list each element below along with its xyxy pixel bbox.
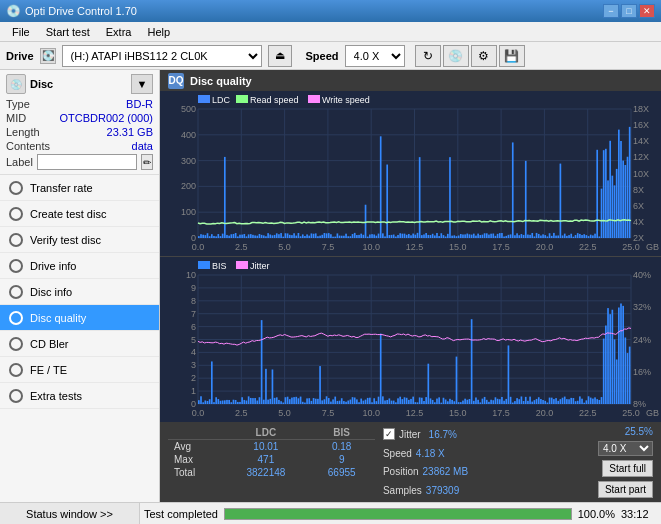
disc-length-value: 23.31 GB [107, 126, 153, 138]
disc-length-field: Length 23.31 GB [6, 126, 153, 138]
disc-label-button[interactable]: ✏ [141, 154, 153, 170]
nav-disc-info[interactable]: Disc info [0, 279, 159, 305]
close-button[interactable]: ✕ [639, 4, 655, 18]
sidebar: 💿 Disc ▼ Type BD-R MID OTCBDR002 (000) L… [0, 70, 160, 502]
stats-row-avg: Avg 10.01 0.18 [168, 440, 375, 454]
stats-row-max: Max 471 9 [168, 453, 375, 466]
right-content: DQ Disc quality LDC [160, 70, 661, 502]
stats-total-bis: 66955 [308, 466, 375, 479]
menu-extra[interactable]: Extra [98, 24, 140, 40]
status-progress-area: Test completed 100.0% 33:12 [140, 508, 661, 520]
status-bar: Status window >> Test completed 100.0% 3… [0, 502, 661, 524]
progress-bar-inner [225, 509, 571, 519]
disc-section-title: Disc [30, 78, 53, 90]
status-window-button[interactable]: Status window >> [0, 503, 140, 524]
drive-info-icon [8, 258, 24, 274]
buttons-section: 25.5% 4.0 X 2.0 X Start full Start part [598, 426, 653, 498]
speed-select[interactable]: 4.0 X 2.0 X 1.0 X [345, 45, 405, 67]
nav-drive-info[interactable]: Drive info [0, 253, 159, 279]
status-window-label: Status window >> [26, 508, 113, 520]
maximize-button[interactable]: □ [621, 4, 637, 18]
title-bar: 💿 Opti Drive Control 1.70 − □ ✕ [0, 0, 661, 22]
status-time: 33:12 [621, 508, 657, 520]
drive-select[interactable]: (H:) ATAPI iHBS112 2 CL0K [62, 45, 262, 67]
disc-label-row: Label ✏ [6, 154, 153, 170]
test-speed-select[interactable]: 4.0 X 2.0 X [598, 441, 653, 456]
bottom-chart-canvas [160, 257, 661, 422]
progress-bar-outer [224, 508, 572, 520]
menu-file[interactable]: File [4, 24, 38, 40]
speed-stat-row: Speed 4.18 X [383, 448, 590, 459]
disc-icon-button[interactable]: 💿 [443, 45, 469, 67]
top-chart [160, 91, 661, 257]
bottom-chart [160, 257, 661, 422]
jitter-label: Jitter [399, 429, 421, 440]
save-button[interactable]: 💾 [499, 45, 525, 67]
stats-avg-bis: 0.18 [308, 440, 375, 454]
eject-button[interactable]: ⏏ [268, 45, 292, 67]
disc-type-field: Type BD-R [6, 98, 153, 110]
stats-bar: LDC BIS Avg 10.01 0.18 Max 471 [160, 422, 661, 502]
stats-max-label: Max [168, 453, 223, 466]
nav-create-test-disc[interactable]: Create test disc [0, 201, 159, 227]
nav-transfer-rate[interactable]: Transfer rate [0, 175, 159, 201]
disc-quality-header: DQ Disc quality [160, 70, 661, 91]
position-row: Position 23862 MB [383, 466, 590, 477]
stats-max-ldc: 471 [223, 453, 308, 466]
position-label: Position [383, 466, 419, 477]
drive-label: Drive [6, 50, 34, 62]
disc-mid-field: MID OTCBDR002 (000) [6, 112, 153, 124]
disc-quality-header-icon: DQ [168, 73, 184, 89]
cd-bler-icon [8, 336, 24, 352]
minimize-button[interactable]: − [603, 4, 619, 18]
menu-help[interactable]: Help [139, 24, 178, 40]
disc-quality-title: Disc quality [190, 75, 252, 87]
speed-label: Speed [306, 50, 339, 62]
extra-tests-icon [8, 388, 24, 404]
position-value: 23862 MB [423, 466, 469, 477]
status-text: Test completed [144, 508, 218, 520]
jitter-checkbox[interactable]: ✓ [383, 428, 395, 440]
jitter-row: ✓ Jitter 16.7% [383, 428, 590, 440]
app-title: Opti Drive Control 1.70 [25, 5, 137, 17]
disc-contents-field: Contents data [6, 140, 153, 152]
stats-total-ldc: 3822148 [223, 466, 308, 479]
title-bar-title: 💿 Opti Drive Control 1.70 [6, 4, 137, 18]
drive-icon: 💽 [40, 48, 56, 64]
nav-fe-te[interactable]: FE / TE [0, 357, 159, 383]
nav-extra-tests[interactable]: Extra tests [0, 383, 159, 409]
samples-value: 379309 [426, 485, 459, 496]
create-test-disc-icon [8, 206, 24, 222]
main-content: 💿 Disc ▼ Type BD-R MID OTCBDR002 (000) L… [0, 70, 661, 502]
menu-start-test[interactable]: Start test [38, 24, 98, 40]
disc-info-icon [8, 284, 24, 300]
transfer-rate-icon [8, 180, 24, 196]
disc-label-input[interactable] [37, 154, 137, 170]
fe-te-icon [8, 362, 24, 378]
nav-disc-quality[interactable]: Disc quality [0, 305, 159, 331]
disc-options-button[interactable]: ▼ [131, 74, 153, 94]
speed-stat-label: Speed [383, 448, 412, 459]
start-full-button[interactable]: Start full [602, 460, 653, 477]
nav-verify-test-disc[interactable]: Verify test disc [0, 227, 159, 253]
speed-stat-value: 4.18 X [416, 448, 445, 459]
stats-max-bis: 9 [308, 453, 375, 466]
disc-section-icon: 💿 [6, 74, 26, 94]
settings-button[interactable]: ⚙ [471, 45, 497, 67]
disc-contents-value: data [132, 140, 153, 152]
title-bar-controls: − □ ✕ [603, 4, 655, 18]
jitter-max-row: 25.5% [625, 426, 653, 437]
samples-label: Samples [383, 485, 422, 496]
disc-header: 💿 Disc ▼ [6, 74, 153, 94]
jitter-section: ✓ Jitter 16.7% Speed 4.18 X Position 238… [383, 426, 590, 498]
refresh-button[interactable]: ↻ [415, 45, 441, 67]
drive-toolbar-icons: ↻ 💿 ⚙ 💾 [415, 45, 525, 67]
verify-test-disc-icon [8, 232, 24, 248]
stats-col-empty [168, 426, 223, 440]
start-part-button[interactable]: Start part [598, 481, 653, 498]
stats-col-ldc: LDC [223, 426, 308, 440]
stats-table: LDC BIS Avg 10.01 0.18 Max 471 [168, 426, 375, 498]
disc-type-value: BD-R [126, 98, 153, 110]
nav-cd-bler[interactable]: CD Bler [0, 331, 159, 357]
charts-area [160, 91, 661, 422]
